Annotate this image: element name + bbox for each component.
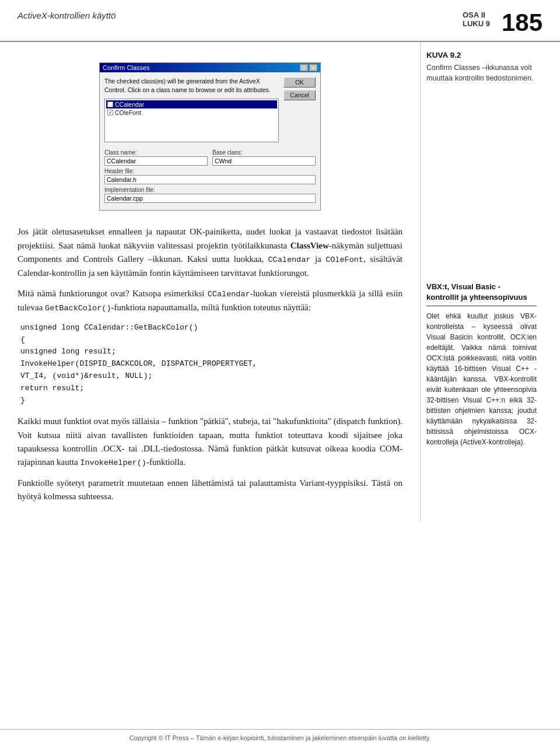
confirm-classes-dialog: Confirm Classes ? ✕ The checked class(es…	[99, 62, 321, 211]
base-class-input[interactable]	[212, 156, 316, 166]
dialog-titlebar: Confirm Classes ? ✕	[100, 63, 320, 72]
code-line: VT_I4, (void*)&result, NULL);	[20, 370, 402, 383]
footer-text: Copyright © IT Press – Tämän e-kirjan ko…	[130, 734, 431, 741]
dialog-left-panel: The checked class(es) will be generated …	[104, 77, 279, 142]
class-name-label: Class name:	[104, 149, 208, 156]
sidebar-section-title: VBX:t, Visual Basic -kontrollit ja yhtee…	[426, 282, 537, 306]
dialog-titlebar-buttons: ? ✕	[300, 64, 317, 71]
checkbox-ccalendar[interactable]: ✓	[107, 101, 113, 107]
header-file-label: Header file:	[104, 168, 316, 174]
sidebar-body-text: Olet ehkä kuullut joskus VBX-kontrolleis…	[426, 311, 537, 447]
checkbox-colefont[interactable]: ✓	[107, 110, 113, 115]
content-wrapper: Confirm Classes ? ✕ The checked class(es…	[0, 42, 560, 523]
impl-file-input[interactable]	[104, 194, 316, 203]
dialog-container: Confirm Classes ? ✕ The checked class(es…	[18, 62, 402, 211]
page-header: ActiveX-kontrollien käyttö OSA II LUKU 9…	[0, 0, 560, 42]
base-class-label: Base class:	[212, 149, 316, 156]
kuva-caption: Confirm Classes –ikkunassa voit muuttaa …	[426, 62, 537, 83]
paragraph-1: Jos jätät oletusasetukset ennalleen ja n…	[18, 225, 402, 280]
header-file-row: Header file:	[104, 168, 316, 184]
dialog-close-btn[interactable]: ✕	[309, 64, 317, 71]
code-line: unsigned long result;	[20, 346, 402, 358]
osa-luku-block: OSA II LUKU 9	[463, 10, 490, 28]
chapter-title: ActiveX-kontrollien käyttö	[18, 10, 116, 20]
paragraph-2: Mitä nämä funktiorungot ovat? Katsopa es…	[18, 287, 402, 315]
paragraph-4: Funktiolle syötetyt parametrit muutetaan…	[18, 477, 402, 504]
dialog-title: Confirm Classes	[103, 64, 150, 71]
class-name-row: Class name: Base class:	[104, 149, 316, 166]
cancel-button[interactable]: Cancel	[284, 90, 316, 100]
dialog-listbox[interactable]: ✓ CCalendar ✓ COleFont	[104, 99, 279, 142]
class-name-field: Class name:	[104, 149, 208, 166]
impl-file-label: Implementation file:	[104, 187, 316, 193]
base-class-field: Base class:	[212, 149, 316, 166]
class-name-input[interactable]	[104, 156, 208, 166]
paragraph-3: Kaikki muut funktiot ovat myös tällaisia…	[18, 415, 402, 470]
code-line: InvokeHelper(DISPID_BACKCOLOR, DISPATCH_…	[20, 358, 402, 370]
ok-button[interactable]: OK	[284, 77, 316, 87]
header-right: OSA II LUKU 9 185	[463, 10, 542, 35]
list-item-label: CCalendar	[115, 101, 144, 108]
dialog-buttons-panel: OK Cancel	[284, 77, 316, 142]
code-line: return result;	[20, 383, 402, 395]
sidebar: KUVA 9.2 Confirm Classes –ikkunassa voit…	[420, 42, 545, 523]
header-file-field: Header file:	[104, 168, 316, 184]
code-line: {	[20, 334, 402, 346]
code-line: }	[20, 395, 402, 407]
footer: Copyright © IT Press – Tämän e-kirjan ko…	[0, 729, 560, 746]
page-number: 185	[502, 10, 542, 35]
dialog-description: The checked class(es) will be generated …	[104, 77, 279, 94]
kuva-label: KUVA 9.2	[426, 51, 537, 59]
code-block: unsigned long CCalendar::GetBackColor() …	[18, 322, 402, 407]
dialog-body: The checked class(es) will be generated …	[100, 72, 320, 147]
impl-file-field: Implementation file:	[104, 187, 316, 203]
dialog-help-btn[interactable]: ?	[300, 64, 308, 71]
luku-label: LUKU 9	[463, 19, 490, 28]
impl-file-row: Implementation file:	[104, 187, 316, 203]
list-item[interactable]: ✓ CCalendar	[106, 100, 277, 108]
list-item-label: COleFont	[115, 109, 141, 116]
dialog-fields: Class name: Base class: Header file:	[100, 147, 320, 210]
osa-label: OSA II	[463, 10, 490, 19]
list-item[interactable]: ✓ COleFont	[106, 108, 277, 117]
header-file-input[interactable]	[104, 175, 316, 184]
main-column: Confirm Classes ? ✕ The checked class(es…	[0, 42, 420, 523]
code-line: unsigned long CCalendar::GetBackColor()	[20, 322, 402, 334]
